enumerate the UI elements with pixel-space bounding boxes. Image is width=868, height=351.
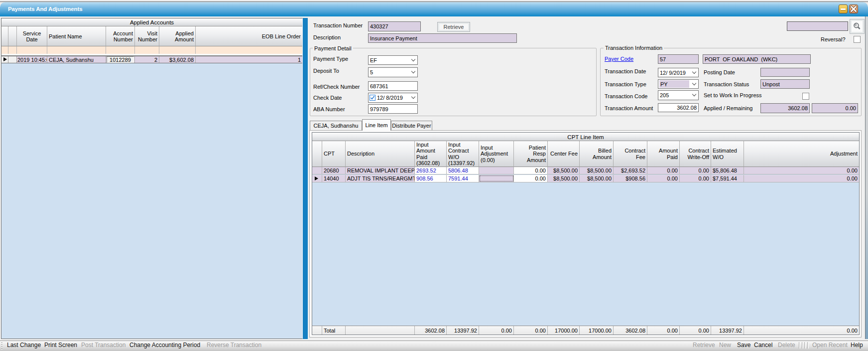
minimize-button[interactable] (839, 4, 848, 13)
cpt-cell-contract-fee[interactable]: $2,693.52 (614, 167, 647, 174)
aa-cell-patient-name[interactable]: CEJA, Sudhanshu (47, 56, 106, 63)
cpt-header-patient-resp[interactable]: Patient Resp Amount (514, 141, 548, 167)
payer-code-link[interactable]: Payer Code (605, 56, 633, 62)
cpt-header-center-fee[interactable]: Center Fee (548, 141, 580, 167)
cpt-row[interactable]: 20680 REMOVAL IMPLANT DEEP 2693.52 5806.… (312, 167, 859, 175)
transaction-type-combo[interactable]: PY (658, 79, 699, 89)
cpt-header-adjustment[interactable]: Adjustment (744, 141, 859, 167)
transaction-code-combo[interactable]: 205 (658, 90, 699, 100)
aa-cell-visit-number[interactable]: 2 (135, 56, 159, 63)
tab-distribute-payer[interactable]: Distribute Payer (391, 121, 432, 130)
aa-filter-cell[interactable] (1, 46, 8, 54)
aa-filter-cell[interactable] (17, 46, 47, 54)
reversal-checkbox[interactable] (854, 36, 861, 43)
cpt-cell-input-adjustment[interactable] (479, 167, 514, 174)
deposit-to-combo[interactable]: 5 (368, 67, 418, 77)
cpt-cell-cpt[interactable]: 20680 (322, 167, 346, 174)
cpt-header-description[interactable]: Description (346, 141, 415, 167)
cpt-header-contract-fee[interactable]: Contract Fee (614, 141, 647, 167)
cpt-cell-amount-paid[interactable]: 0.00 (647, 167, 680, 174)
search-button[interactable] (850, 19, 865, 34)
panel-splitter[interactable] (303, 18, 308, 339)
cpt-header-estimated-wo[interactable]: Estimated W/O (711, 141, 744, 167)
aba-number-field[interactable]: 979789 (368, 104, 418, 114)
set-to-wip-checkbox[interactable] (802, 93, 809, 100)
aa-header-visit-number[interactable]: Visit Number (135, 26, 159, 46)
tab-line-item[interactable]: Line Item (362, 119, 391, 131)
aa-filter-cell[interactable] (106, 46, 135, 54)
description-field[interactable]: Insurance Payment (368, 33, 517, 43)
check-date-checkbox[interactable] (370, 95, 375, 101)
applied-accounts-row[interactable]: 2019 10:45:0 CEJA, Sudhanshu 1012289 2 $… (1, 56, 302, 63)
cpt-header-billed-amount[interactable]: Billed Amount (580, 141, 614, 167)
transaction-amount-field[interactable]: 3602.08 (658, 103, 699, 112)
cpt-cell-estimated-wo[interactable]: $5,806.48 (711, 167, 744, 174)
cpt-cell-input-adjustment[interactable] (479, 175, 514, 182)
tab-patient[interactable]: CEJA, Sudhanshu (310, 121, 362, 130)
cpt-cell-contract-write-off[interactable]: 0.00 (680, 167, 711, 174)
cpt-cell-cpt[interactable]: 14040 (322, 175, 346, 182)
payment-type-combo[interactable]: EF (368, 55, 418, 65)
cpt-row[interactable]: 14040 ADJT TIS TRNS/REARGMT 908.56 7591.… (312, 175, 859, 182)
status-reverse-transaction[interactable]: Reverse Transaction (207, 342, 261, 349)
aa-header-patient-name[interactable]: Patient Name (47, 26, 106, 46)
status-post-transaction[interactable]: Post Transaction (81, 342, 125, 349)
cpt-cell-amount-paid[interactable]: 0.00 (647, 175, 680, 182)
cpt-cell-contract-write-off[interactable]: 0.00 (680, 175, 711, 182)
cpt-header-input-amount-paid[interactable]: Input Amount Paid (3602.08) (415, 141, 447, 167)
cpt-cell-billed-amount[interactable]: $8,500.00 (580, 175, 614, 182)
status-delete[interactable]: Delete (778, 342, 795, 349)
aa-filter-cell[interactable] (47, 46, 106, 54)
search-field[interactable] (787, 21, 848, 31)
status-help[interactable]: Help (851, 342, 863, 349)
cpt-header-input-adjustment[interactable]: Input Adjustment (0.00) (479, 141, 514, 167)
status-new[interactable]: New (719, 342, 731, 349)
aa-filter-cell[interactable] (159, 46, 196, 54)
cpt-cell-center-fee[interactable]: $8,500.00 (548, 175, 580, 182)
cpt-cell-center-fee[interactable]: $8,500.00 (548, 167, 580, 174)
cpt-cell-input-contract-wo[interactable]: 7591.44 (447, 175, 479, 182)
aa-cell-applied-amount[interactable]: $3,602.08 (159, 56, 196, 63)
status-open-recent[interactable]: Open Recent (812, 342, 848, 349)
cpt-cell-description[interactable]: REMOVAL IMPLANT DEEP (346, 167, 415, 174)
status-cancel[interactable]: Cancel (754, 342, 772, 349)
cpt-header-input-contract-wo[interactable]: Input Contract W/O (13397.92) (447, 141, 479, 167)
cpt-cell-input-amount-paid[interactable]: 908.56 (415, 175, 447, 182)
aa-cell-eob-line-order[interactable]: 1 (196, 56, 302, 63)
aa-header-applied-amount[interactable]: Applied Amount (159, 26, 196, 46)
close-button[interactable] (849, 4, 858, 13)
aa-cell-service-date[interactable]: 2019 10:45:0 (17, 56, 47, 63)
aa-header-account-number[interactable]: Account Number (106, 26, 135, 46)
cpt-cell-patient-resp[interactable]: 0.00 (514, 175, 548, 182)
cpt-cell-input-contract-wo[interactable]: 5806.48 (447, 167, 479, 174)
cpt-cell-billed-amount[interactable]: $8,500.00 (580, 167, 614, 174)
cpt-cell-adjustment[interactable]: 0.00 (744, 175, 859, 182)
cpt-cell-description[interactable]: ADJT TIS TRNS/REARGMT (346, 175, 415, 182)
cpt-cell-contract-fee[interactable]: $908.56 (614, 175, 647, 182)
status-print-screen[interactable]: Print Screen (44, 342, 77, 349)
ref-check-number-field[interactable]: 687361 (368, 81, 418, 91)
aa-header-eob-line-order[interactable]: EOB Line Order (196, 26, 302, 46)
aa-cell-account-number[interactable]: 1012289 (106, 56, 135, 63)
cpt-cell-patient-resp[interactable]: 0.00 (514, 167, 548, 174)
status-last-change[interactable]: Last Change (7, 342, 41, 349)
cpt-cell-input-amount-paid[interactable]: 2693.52 (415, 167, 447, 174)
transaction-date-picker[interactable]: 12/ 9/2019 (658, 68, 699, 77)
status-save[interactable]: Save (737, 342, 750, 349)
cpt-header-contract-write-off[interactable]: Contract Write-Off (680, 141, 711, 167)
aa-filter-cell[interactable] (8, 46, 17, 54)
cpt-cell-adjustment[interactable]: 0.00 (744, 167, 859, 174)
aa-filter-cell[interactable] (135, 46, 159, 54)
account-number-box[interactable]: 1012289 (107, 56, 134, 63)
cpt-cell-estimated-wo[interactable]: $7,591.44 (711, 175, 744, 182)
cpt-header-cpt[interactable]: CPT (322, 141, 346, 167)
aa-header-service-date[interactable]: Service Date (17, 26, 47, 46)
retrieve-button[interactable]: Retrieve (437, 22, 470, 32)
payer-code-field[interactable]: 57 (658, 54, 699, 64)
aa-filter-cell[interactable] (196, 46, 302, 54)
transaction-number-field[interactable]: 430327 (368, 21, 421, 31)
status-change-accounting-period[interactable]: Change Accounting Period (129, 342, 200, 349)
check-date-picker[interactable]: 12/ 8/2019 (368, 93, 418, 103)
status-retrieve[interactable]: Retrieve (693, 342, 715, 349)
cpt-header-amount-paid[interactable]: Amount Paid (647, 141, 680, 167)
